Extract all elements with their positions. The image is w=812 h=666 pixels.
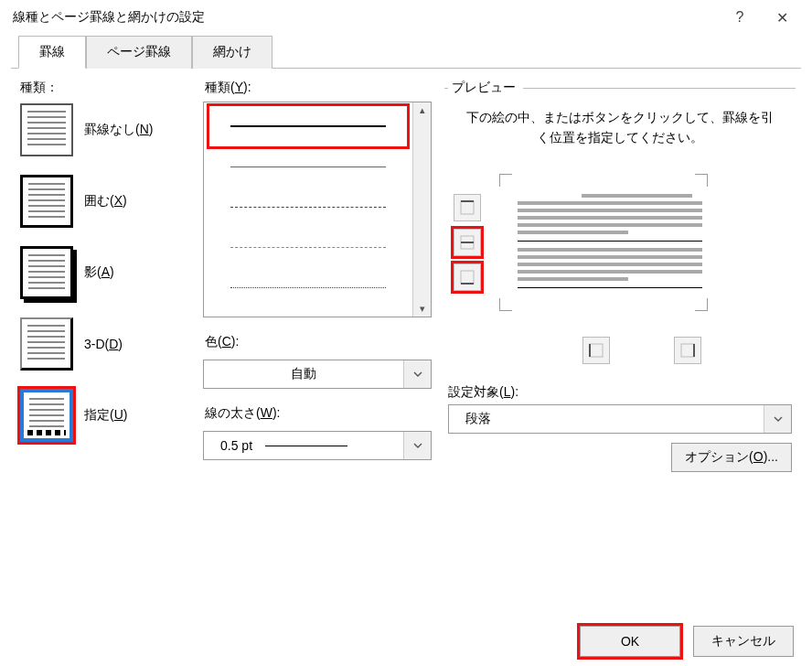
tab-panel: 種類： 罫線なし(N) 囲む(X) 影(A) 3-D(D) 指定(U) 種類(Y…	[11, 68, 801, 580]
apply-to-combo[interactable]: 段落	[448, 404, 792, 434]
line-style-dash-small[interactable]	[209, 227, 407, 267]
help-icon[interactable]: ?	[719, 5, 761, 30]
setting-none-thumb	[20, 103, 73, 156]
setting-shadow-thumb	[20, 246, 73, 299]
preview-canvas[interactable]	[499, 174, 733, 311]
setting-heading: 種類：	[20, 80, 190, 96]
tabstrip: 罫線 ページ罫線 網かけ	[18, 35, 812, 68]
color-value: 自動	[204, 366, 403, 382]
setting-custom-label: 指定(U)	[84, 407, 127, 424]
line-style-dot[interactable]	[209, 267, 407, 307]
cancel-button[interactable]: キャンセル	[693, 626, 794, 657]
line-style-list[interactable]: ▴ ▾	[203, 102, 432, 317]
style-scrollbar[interactable]: ▴ ▾	[412, 102, 431, 317]
preview-bottom-border-button[interactable]	[454, 263, 481, 291]
preview-area	[454, 159, 792, 311]
tab-shading[interactable]: 網かけ	[192, 36, 272, 69]
tab-page-border[interactable]: ページ罫線	[86, 36, 192, 69]
style-heading: 種類(Y):	[205, 80, 432, 96]
line-style-thin[interactable]	[209, 146, 407, 187]
setting-column: 種類： 罫線なし(N) 囲む(X) 影(A) 3-D(D) 指定(U)	[16, 80, 190, 575]
line-style-solid[interactable]	[209, 106, 407, 146]
preview-group: プレビュー 下の絵の中、またはボタンをクリックして、罫線を引く位置を指定してくだ…	[444, 80, 796, 472]
tab-borders[interactable]: 罫線	[18, 36, 86, 69]
close-icon[interactable]: ✕	[761, 5, 803, 30]
apply-to-value: 段落	[449, 411, 764, 427]
width-value: 0.5 pt	[204, 438, 403, 453]
preview-legend: プレビュー	[448, 80, 523, 96]
setting-none[interactable]: 罫線なし(N)	[16, 103, 190, 156]
line-style-dash[interactable]	[209, 187, 407, 227]
dialog-footer: OK キャンセル	[580, 626, 794, 657]
setting-3d[interactable]: 3-D(D)	[16, 317, 190, 371]
setting-none-label: 罫線なし(N)	[84, 122, 153, 138]
preview-inside-h-border-button[interactable]	[454, 229, 481, 256]
svg-rect-0	[461, 201, 474, 214]
svg-rect-4	[461, 271, 474, 284]
svg-rect-6	[590, 344, 603, 357]
chevron-down-icon[interactable]	[403, 432, 431, 459]
setting-shadow[interactable]: 影(A)	[16, 246, 190, 299]
options-button[interactable]: オプション(O)...	[671, 443, 792, 472]
apply-to-heading: 設定対象(L):	[448, 384, 792, 401]
preview-instruction: 下の絵の中、またはボタンをクリックして、罫線を引く位置を指定してください。	[448, 103, 792, 159]
width-heading: 線の太さ(W):	[205, 405, 432, 422]
setting-box[interactable]: 囲む(X)	[16, 175, 190, 228]
preview-left-border-button[interactable]	[582, 337, 610, 364]
title-bar: 線種とページ罫線と網かけの設定 ? ✕	[0, 0, 812, 35]
svg-rect-8	[681, 344, 694, 357]
width-combo[interactable]: 0.5 pt	[203, 431, 432, 460]
preview-column: プレビュー 下の絵の中、またはボタンをクリックして、罫線を引く位置を指定してくだ…	[444, 80, 796, 575]
dialog-title: 線種とページ罫線と網かけの設定	[13, 9, 719, 26]
preview-top-border-button[interactable]	[454, 194, 481, 221]
chevron-down-icon[interactable]	[764, 405, 791, 433]
style-column: 種類(Y): ▴ ▾ 色(C): 自動 線の太さ(W): 0.5 pt	[203, 80, 432, 575]
setting-shadow-label: 影(A)	[84, 264, 114, 281]
setting-custom[interactable]: 指定(U)	[16, 389, 190, 442]
ok-button[interactable]: OK	[580, 626, 680, 657]
color-heading: 色(C):	[205, 334, 432, 350]
setting-box-thumb	[20, 175, 73, 228]
setting-3d-thumb	[20, 317, 73, 371]
scroll-down-icon[interactable]: ▾	[413, 303, 431, 315]
color-combo[interactable]: 自動	[203, 360, 432, 389]
setting-box-label: 囲む(X)	[84, 193, 127, 209]
preview-right-border-button[interactable]	[674, 337, 701, 364]
setting-custom-thumb	[20, 389, 73, 442]
setting-3d-label: 3-D(D)	[84, 337, 123, 351]
scroll-up-icon[interactable]: ▴	[413, 104, 431, 116]
chevron-down-icon[interactable]	[403, 360, 431, 388]
